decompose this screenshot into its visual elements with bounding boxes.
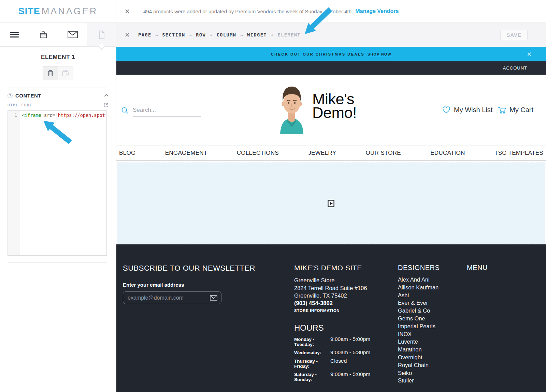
store-address: Greenville Store2824 Terrell Road Suite …: [294, 276, 390, 300]
nav-item[interactable]: TSG TEMPLATES: [494, 150, 544, 156]
email-input[interactable]: [123, 291, 221, 304]
delete-element-button[interactable]: [43, 66, 58, 80]
search-input[interactable]: [133, 106, 201, 117]
breadcrumb-item[interactable]: COLUMN→: [217, 32, 247, 37]
designer-link[interactable]: Ever & Ever: [398, 299, 440, 307]
menu-title: MENU: [467, 264, 488, 272]
account-bar: ACCOUNT: [116, 61, 546, 75]
code-line[interactable]: <iframe src="https://open.spot: [19, 111, 106, 255]
cart-link[interactable]: My Cart: [498, 106, 533, 114]
address-line: Greenville, TX 75402: [294, 292, 390, 300]
site-manager-app: SITE MANAGER: [0, 0, 546, 392]
menu-tab[interactable]: [0, 23, 29, 46]
site-nav: BLOGENGAGEMENTCOLLECTIONSJEWELRYOUR STOR…: [116, 146, 546, 161]
promo-banner: CHECK OUT OUR CHRISTMAS DEALS SHOP NOW ✕: [116, 47, 546, 61]
document-icon: [98, 30, 105, 39]
designer-link[interactable]: Gabriel & Co: [398, 307, 440, 315]
store-phone[interactable]: (903) 454-3802: [294, 300, 390, 306]
designer-link[interactable]: Seiko: [398, 369, 440, 377]
site-search: [121, 106, 201, 117]
hours-row: Wednesday: 9:00am - 5:30pm: [294, 349, 390, 356]
promo-close-icon[interactable]: ✕: [527, 51, 532, 58]
breadcrumb-item[interactable]: SECTION→: [162, 32, 196, 37]
designer-link[interactable]: Overnight: [398, 353, 440, 361]
breadcrumb-item[interactable]: WIDGET→: [247, 32, 277, 37]
designer-link[interactable]: Imperial Pearls: [398, 322, 440, 330]
nav-item[interactable]: OUR STORE: [365, 150, 401, 156]
breadcrumb-item[interactable]: ELEMENT: [278, 32, 301, 37]
html-code-label: HTML CODE: [8, 103, 103, 107]
shop-now-link[interactable]: SHOP NOW: [368, 52, 391, 56]
site-footer: SUBSCRIBE TO OUR NEWSLETTER Enter your e…: [116, 244, 546, 392]
designer-link[interactable]: Ashi: [398, 291, 440, 299]
logo-text: Mike's Demo!: [312, 92, 357, 120]
code-tag-token: <iframe: [22, 112, 41, 118]
store-title: MIKE'S DEMO SITE: [294, 264, 390, 272]
site-header: Mike's Demo! My Wish List My: [116, 75, 546, 146]
logo-line2: Demo!: [312, 106, 357, 120]
main-area: ✕ 494 products were added or updated by …: [116, 0, 546, 392]
address-line: 2824 Terrell Road Suite #106: [294, 284, 390, 292]
notification-close-icon[interactable]: ✕: [124, 8, 131, 15]
element-actions: [43, 66, 73, 80]
nav-item[interactable]: JEWELRY: [307, 150, 337, 156]
panel-title: ELEMENT 1: [0, 54, 116, 61]
divider: [8, 262, 107, 263]
breadcrumb-item[interactable]: ROW→: [196, 32, 217, 37]
wishlist-link[interactable]: My Wish List: [442, 106, 492, 114]
designers-title: DESIGNERS: [398, 264, 440, 272]
brand-site: SITE: [18, 6, 40, 17]
expand-editor-icon[interactable]: [103, 103, 109, 108]
copy-icon: [62, 70, 69, 77]
designer-link[interactable]: INOX: [398, 330, 440, 338]
code-string-token: "https://open.spot: [55, 112, 105, 118]
nav-item[interactable]: BLOG: [118, 150, 136, 156]
cart-icon: [498, 106, 506, 114]
account-link[interactable]: ACCOUNT: [503, 65, 527, 71]
newsletter-title: SUBSCRIBE TO OUR NEWSLETTER: [123, 264, 255, 273]
store-tab[interactable]: [29, 23, 58, 46]
envelope-icon: [68, 31, 78, 38]
manage-vendors-link[interactable]: Manage Vendors: [355, 8, 399, 14]
brand-manager: MANAGER: [42, 6, 98, 17]
promo-message: CHECK OUT OUR CHRISTMAS DEALS: [271, 52, 364, 56]
heart-icon: [442, 106, 451, 114]
breadcrumb-item[interactable]: PAGE→: [138, 32, 162, 37]
designer-link[interactable]: Marathon: [398, 346, 440, 353]
breadcrumb-close-icon[interactable]: ✕: [124, 32, 131, 38]
save-button[interactable]: SAVE: [500, 30, 528, 40]
help-icon[interactable]: ?: [8, 93, 13, 98]
page-tab-active[interactable]: [87, 23, 116, 46]
designers-column: DESIGNERS Alex And AniAllison KaufmanAsh…: [398, 264, 440, 385]
store-column: MIKE'S DEMO SITE Greenville Store2824 Te…: [294, 264, 390, 385]
designer-link[interactable]: Allison Kaufman: [398, 284, 440, 291]
designer-link[interactable]: Stuller: [398, 377, 440, 385]
cart-label: My Cart: [509, 106, 533, 114]
notification-bar: ✕ 494 products were added or updated by …: [116, 0, 546, 23]
nav-item[interactable]: ENGAGEMENT: [164, 150, 208, 156]
nav-item[interactable]: COLLECTIONS: [236, 150, 279, 156]
email-label: Enter your email address: [123, 282, 255, 288]
chevron-up-icon[interactable]: [104, 94, 109, 97]
hours-table: Monday - Tuesday: 9:00am - 5:00pm Wednes…: [294, 336, 390, 382]
site-logo[interactable]: Mike's Demo!: [277, 84, 357, 134]
address-line: Greenville Store: [294, 276, 390, 284]
duplicate-element-button[interactable]: [58, 66, 73, 80]
designer-link[interactable]: Luvente: [398, 338, 440, 346]
play-icon[interactable]: [328, 200, 334, 207]
wishlist-label: My Wish List: [454, 106, 492, 114]
content-section-header: ? CONTENT: [8, 91, 109, 100]
line-number: 1: [14, 112, 17, 118]
hours-title: HOURS: [294, 323, 390, 333]
designer-link[interactable]: Gems One: [398, 315, 440, 322]
store-information-link[interactable]: STORE INFORMATION: [294, 308, 390, 313]
menu-column: MENU: [467, 264, 488, 272]
briefcase-icon: [39, 30, 48, 39]
designer-link[interactable]: Royal Chain: [398, 361, 440, 369]
email-tab[interactable]: [58, 23, 87, 46]
nav-item[interactable]: EDUCATION: [430, 150, 466, 156]
designer-link[interactable]: Alex And Ani: [398, 276, 440, 284]
embed-widget-placeholder[interactable]: [117, 163, 545, 244]
code-editor[interactable]: 1 <iframe src="https://open.spot: [8, 110, 107, 256]
newsletter-submit-icon[interactable]: [210, 295, 217, 301]
